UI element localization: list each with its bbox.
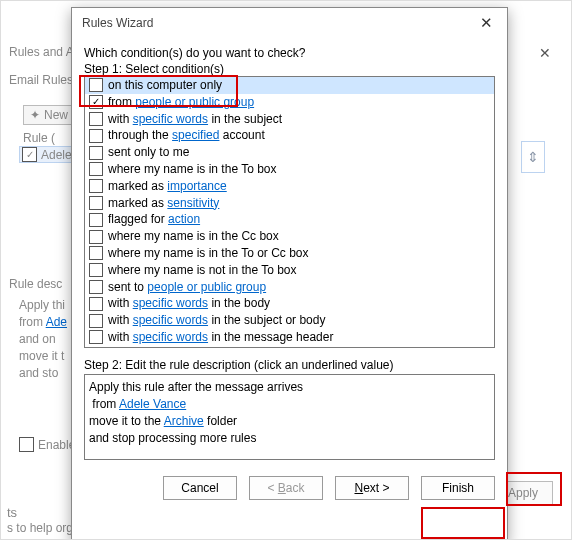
condition-row[interactable]: flagged for action	[85, 211, 494, 228]
condition-checkbox[interactable]: ✓	[89, 95, 103, 109]
footer-text-2: s to help orga	[7, 521, 80, 535]
wizard-button-row: Cancel < Back Next > Finish	[84, 476, 495, 500]
condition-text: marked as sensitivity	[108, 195, 219, 212]
condition-checkbox[interactable]	[89, 78, 103, 92]
condition-checkbox[interactable]	[89, 230, 103, 244]
condition-row[interactable]: sent only to me	[85, 144, 494, 161]
condition-row[interactable]: with specific words in the message heade…	[85, 329, 494, 346]
rule-description-box: Apply this rule after the message arrive…	[84, 374, 495, 460]
condition-prompt: Which condition(s) do you want to check?	[84, 46, 495, 60]
condition-text: with specific words in the subject	[108, 111, 282, 128]
sparkle-icon: ✦	[30, 108, 40, 122]
condition-checkbox[interactable]	[89, 146, 103, 160]
condition-row[interactable]: with specific words in the subject	[85, 111, 494, 128]
condition-row[interactable]: marked as sensitivity	[85, 195, 494, 212]
rule-tool-icon: ⇕	[521, 141, 545, 173]
condition-checkbox[interactable]	[89, 196, 103, 210]
condition-checkbox[interactable]	[89, 280, 103, 294]
condition-text: where my name is not in the To box	[108, 262, 297, 279]
condition-row[interactable]: with specific words in the subject or bo…	[85, 312, 494, 329]
condition-text: where my name is in the To box	[108, 161, 277, 178]
step1-label: Step 1: Select condition(s)	[84, 62, 495, 76]
condition-value-link[interactable]: specified	[172, 128, 219, 142]
condition-value-link[interactable]: specific words	[133, 296, 208, 310]
desc-line3: move it to the Archive folder	[89, 413, 490, 430]
condition-row[interactable]: through the specified account	[85, 127, 494, 144]
rules-wizard-dialog: Rules Wizard ✕ Which condition(s) do you…	[71, 7, 508, 540]
condition-text: marked as importance	[108, 178, 227, 195]
condition-row[interactable]: marked as importance	[85, 178, 494, 195]
condition-value-link[interactable]: specific words	[133, 112, 208, 126]
next-button[interactable]: Next >	[335, 476, 409, 500]
condition-text: sent to people or public group	[108, 279, 266, 296]
condition-value-link[interactable]: importance	[167, 179, 226, 193]
condition-value-link[interactable]: people or public group	[135, 95, 254, 109]
condition-checkbox[interactable]	[89, 179, 103, 193]
condition-row[interactable]: where my name is not in the To box	[85, 262, 494, 279]
enable-rules-label: Enable	[38, 438, 75, 452]
condition-checkbox[interactable]	[89, 129, 103, 143]
condition-text: from people or public group	[108, 94, 254, 111]
condition-value-link[interactable]: specific words	[133, 347, 208, 348]
conditions-listbox[interactable]: on this computer only✓from people or pub…	[84, 76, 495, 348]
close-icon[interactable]: ✕	[473, 14, 499, 32]
condition-text: sent only to me	[108, 144, 189, 161]
condition-checkbox[interactable]	[89, 112, 103, 126]
back-button[interactable]: < Back	[249, 476, 323, 500]
condition-value-link[interactable]: specific words	[133, 313, 208, 327]
condition-checkbox[interactable]	[89, 246, 103, 260]
app-stage: Rules and A ✕ Email Rules ✦ New R Rule (…	[0, 0, 572, 540]
step2-label: Step 2: Edit the rule description (click…	[84, 358, 495, 372]
condition-text: with specific words in the recipient's a…	[108, 346, 344, 348]
condition-checkbox[interactable]	[89, 297, 103, 311]
condition-value-link[interactable]: specific words	[133, 330, 208, 344]
condition-checkbox[interactable]	[89, 162, 103, 176]
desc-line1: Apply this rule after the message arrive…	[89, 379, 490, 396]
desc-line4: and stop processing more rules	[89, 430, 490, 447]
rule-description-label: Rule desc	[9, 277, 62, 291]
condition-row[interactable]: ✓from people or public group	[85, 94, 494, 111]
rule-list-label: Adele	[41, 148, 72, 162]
condition-row[interactable]: where my name is in the Cc box	[85, 228, 494, 245]
condition-value-link[interactable]: action	[168, 212, 200, 226]
dialog-titlebar: Rules Wizard ✕	[72, 8, 507, 36]
condition-text: flagged for action	[108, 211, 200, 228]
condition-text: where my name is in the Cc box	[108, 228, 279, 245]
condition-text: with specific words in the body	[108, 295, 270, 312]
background-close-icon[interactable]: ✕	[539, 45, 551, 61]
condition-row[interactable]: with specific words in the recipient's a…	[85, 346, 494, 348]
condition-row[interactable]: on this computer only	[85, 77, 494, 94]
condition-text: on this computer only	[108, 77, 222, 94]
enable-rules-checkbox[interactable]	[19, 437, 34, 452]
rule-list-checkbox[interactable]: ✓	[22, 147, 37, 162]
finish-button[interactable]: Finish	[421, 476, 495, 500]
rule-description-preview: Apply thi from Ade and on move it t and …	[19, 297, 71, 382]
background-section-label: Email Rules	[9, 73, 73, 87]
background-tab: Rules and A	[9, 45, 74, 59]
rule-name-truncated: Rule (	[23, 131, 55, 145]
condition-text: where my name is in the To or Cc box	[108, 245, 309, 262]
condition-text: through the specified account	[108, 127, 265, 144]
condition-value-link[interactable]: people or public group	[147, 280, 266, 294]
condition-checkbox[interactable]	[89, 314, 103, 328]
dialog-title: Rules Wizard	[82, 16, 153, 30]
footer-text-1: ts	[7, 505, 17, 520]
condition-row[interactable]: where my name is in the To or Cc box	[85, 245, 494, 262]
condition-row[interactable]: sent to people or public group	[85, 279, 494, 296]
condition-row[interactable]: where my name is in the To box	[85, 161, 494, 178]
desc-from-link[interactable]: Adele Vance	[119, 397, 186, 411]
condition-checkbox[interactable]	[89, 263, 103, 277]
desc-line2: from Adele Vance	[89, 396, 490, 413]
condition-checkbox[interactable]	[89, 330, 103, 344]
condition-checkbox[interactable]	[89, 213, 103, 227]
condition-text: with specific words in the message heade…	[108, 329, 333, 346]
enable-rules-row[interactable]: Enable	[19, 437, 75, 452]
cancel-button[interactable]: Cancel	[163, 476, 237, 500]
condition-text: with specific words in the subject or bo…	[108, 312, 325, 329]
condition-value-link[interactable]: sensitivity	[167, 196, 219, 210]
desc-folder-link[interactable]: Archive	[164, 414, 204, 428]
rule-list-item-adele[interactable]: ✓ Adele	[19, 146, 79, 163]
condition-row[interactable]: with specific words in the body	[85, 295, 494, 312]
condition-checkbox[interactable]	[89, 347, 103, 348]
